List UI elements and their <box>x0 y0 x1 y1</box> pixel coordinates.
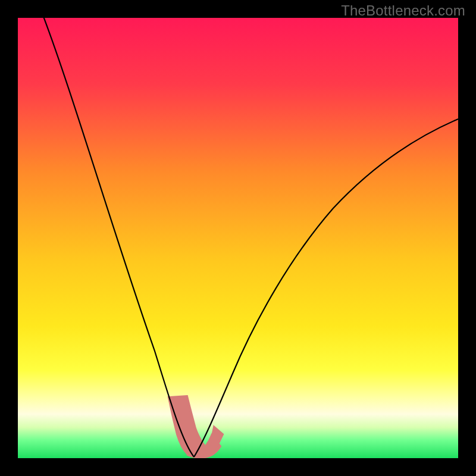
chart-svg <box>18 18 458 458</box>
gradient-background <box>18 18 458 458</box>
chart-frame: TheBottleneck.com <box>0 0 476 476</box>
watermark-text: TheBottleneck.com <box>341 2 465 19</box>
plot-area <box>18 18 458 458</box>
